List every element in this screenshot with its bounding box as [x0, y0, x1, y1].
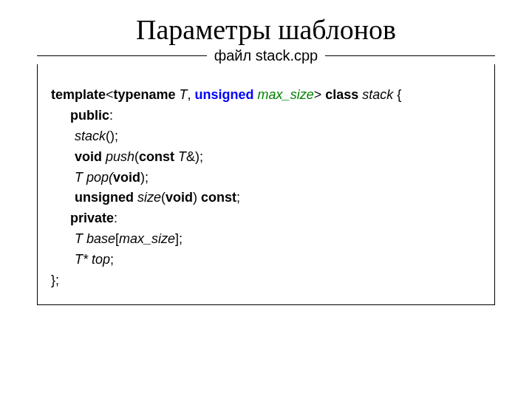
code-line-4: void push(const T&); [51, 147, 481, 168]
divider-left [37, 55, 207, 56]
file-caption: файл stack.cpp [207, 47, 325, 64]
code-box: template<typename T, unsigned max_size> … [37, 64, 495, 305]
code-line-5: T pop(void); [51, 168, 481, 188]
slide: Параметры шаблонов файл stack.cpp templa… [0, 0, 532, 399]
code-line-7: private: [51, 208, 481, 229]
code-line-10: }; [51, 270, 481, 291]
slide-title: Параметры шаблонов [30, 13, 502, 46]
code-line-9: T* top; [51, 250, 481, 270]
code-line-3: stack(); [51, 126, 481, 147]
code-line-2: public: [51, 106, 481, 126]
file-caption-row: файл stack.cpp [37, 47, 495, 64]
divider-right [325, 55, 495, 56]
code-line-8: T base[max_size]; [51, 229, 481, 250]
code-line-1: template<typename T, unsigned max_size> … [51, 85, 481, 106]
code-line-6: unsigned size(void) const; [51, 188, 481, 208]
